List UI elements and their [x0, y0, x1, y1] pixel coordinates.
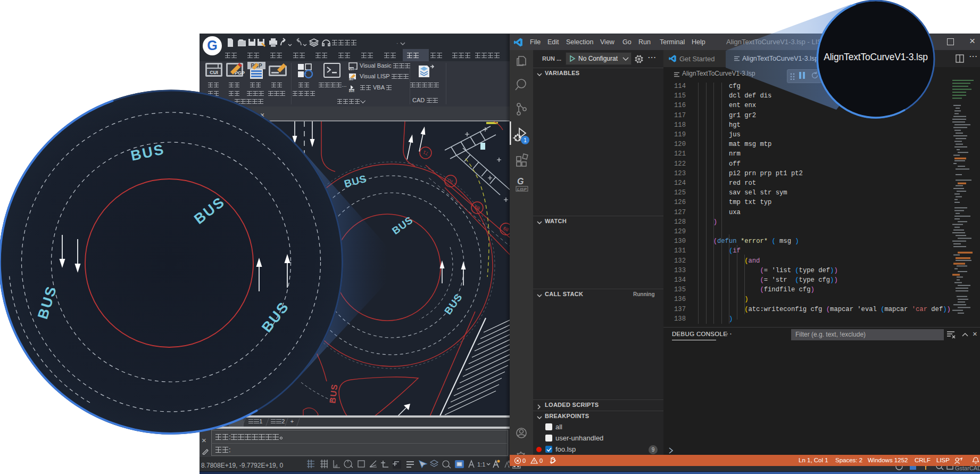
svg-text:AlignTextToCurveV1-3.lsp: AlignTextToCurveV1-3.lsp: [824, 52, 928, 62]
